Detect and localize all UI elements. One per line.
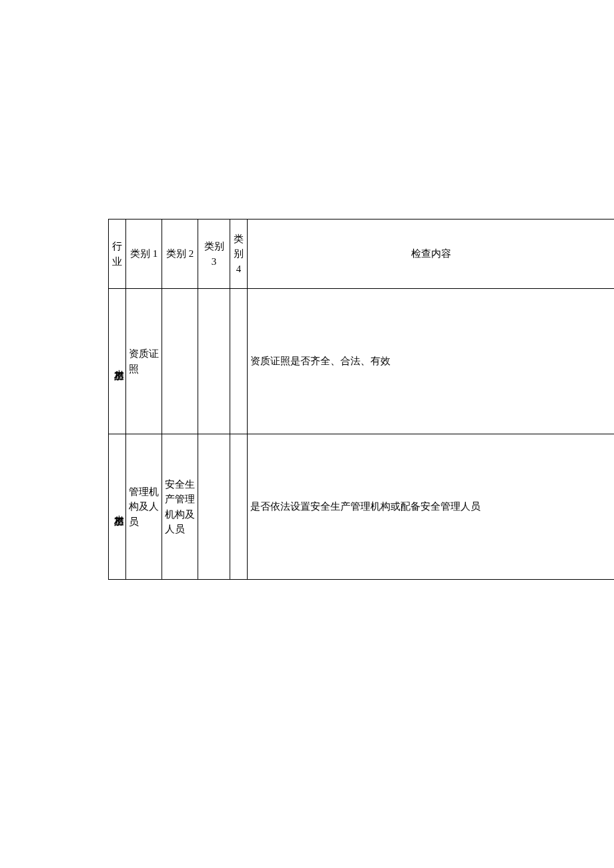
cell-industry-text: 木材加工: [111, 507, 127, 510]
cell-cat2: 安全生产管理机构及人员: [162, 434, 198, 580]
header-cat2: 类别 2: [162, 220, 198, 289]
checklist-table-wrapper: 行业 类别 1 类别 2 类别 3 类别4 检查内容 木材加工 资质证照 资质证…: [108, 219, 614, 580]
header-cat4: 类别4: [230, 220, 248, 289]
header-cat3: 类别 3: [198, 220, 230, 289]
header-content: 检查内容: [248, 220, 615, 289]
cell-cat3: [198, 289, 230, 434]
cell-cat2: [162, 289, 198, 434]
header-industry: 行业: [109, 220, 126, 289]
cell-content: 是否依法设置安全生产管理机构或配备安全管理人员: [248, 434, 615, 580]
cell-industry-text: 木材加工: [111, 362, 127, 364]
cell-cat1: 资质证照: [126, 289, 162, 434]
table-row: 木材加工 资质证照 资质证照是否齐全、合法、有效: [109, 289, 615, 434]
cell-cat1: 管理机构及人员: [126, 434, 162, 580]
cell-industry: 木材加工: [109, 289, 126, 434]
header-cat1: 类别 1: [126, 220, 162, 289]
cell-cat4: [230, 289, 248, 434]
checklist-table: 行业 类别 1 类别 2 类别 3 类别4 检查内容 木材加工 资质证照 资质证…: [108, 219, 614, 580]
cell-content: 资质证照是否齐全、合法、有效: [248, 289, 615, 434]
cell-industry: 木材加工: [109, 434, 126, 580]
cell-cat4: [230, 434, 248, 580]
table-header-row: 行业 类别 1 类别 2 类别 3 类别4 检查内容: [109, 220, 615, 289]
table-row: 木材加工 管理机构及人员 安全生产管理机构及人员 是否依法设置安全生产管理机构或…: [109, 434, 615, 580]
cell-cat3: [198, 434, 230, 580]
